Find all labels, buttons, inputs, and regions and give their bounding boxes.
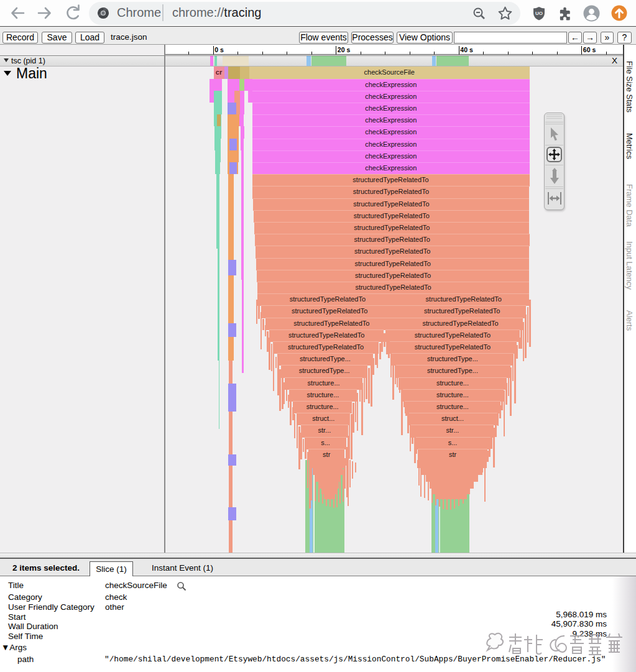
svg-text:UO: UO xyxy=(535,11,543,16)
